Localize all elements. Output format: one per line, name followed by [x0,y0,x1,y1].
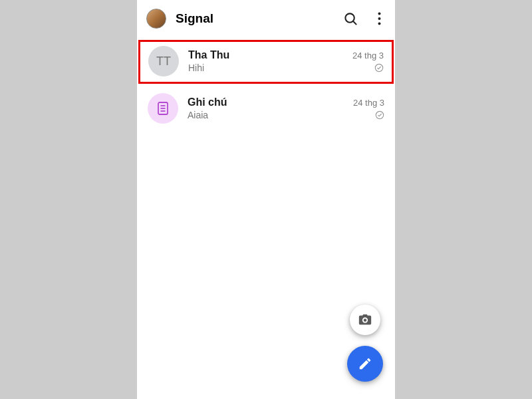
conversation-text: Tha Thu Hihi [188,49,343,73]
note-icon [155,100,171,116]
contact-name: Tha Thu [188,49,343,61]
profile-avatar[interactable] [146,9,166,29]
svg-point-0 [345,13,354,22]
contact-name: Ghi chú [188,96,344,108]
svg-point-10 [376,111,383,118]
avatar-initials: TT [156,55,171,68]
svg-line-1 [352,21,356,24]
conversation-meta: 24 thg 3 [352,51,384,72]
svg-point-4 [378,23,380,25]
timestamp: 24 thg 3 [352,51,384,61]
more-options-icon[interactable] [374,10,384,27]
svg-point-2 [378,13,380,15]
last-message: Hihi [188,63,343,73]
search-icon[interactable] [342,10,359,27]
sent-status-icon [375,110,384,120]
compose-button[interactable] [347,346,383,382]
last-message: Aiaia [188,110,344,120]
conversation-list: TT Tha Thu Hihi 24 thg 3 [137,37,395,130]
contact-avatar: TT [148,46,179,76]
svg-point-3 [378,17,380,20]
conversation-text: Ghi chú Aiaia [188,96,344,120]
notes-avatar [148,93,178,124]
app-title: Signal [176,11,332,26]
app-header: Signal [137,0,395,37]
camera-button[interactable] [350,305,380,335]
timestamp: 24 thg 3 [353,98,384,108]
pencil-icon [358,356,372,371]
app-screen: Signal TT Tha Thu Hihi 24 t [137,0,395,399]
conversation-meta: 24 thg 3 [353,98,384,120]
conversation-row[interactable]: TT Tha Thu Hihi 24 thg 3 [138,40,394,84]
camera-icon [358,313,372,327]
svg-point-5 [375,64,382,71]
conversation-row[interactable]: Ghi chú Aiaia 24 thg 3 [137,86,395,130]
sent-status-icon [374,63,384,72]
